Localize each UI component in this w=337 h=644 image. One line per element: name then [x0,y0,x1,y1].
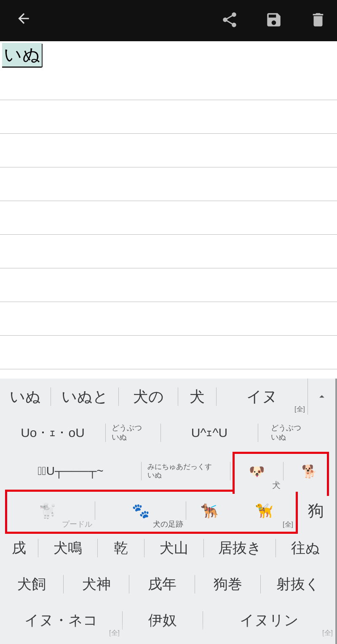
candidate-row: ⊂ﾟU┬───┬~ みにちゅあだっくすいぬ 🐶 犬 🐕 [0,451,335,491]
share-button[interactable] [217,11,242,30]
candidate-emoji-service-dog[interactable]: 🐕‍🦺 [186,491,233,530]
candidate-row: 犬飼 犬神 戌年 狗巻 射抜く [0,566,335,602]
back-button[interactable] [16,11,32,31]
candidate[interactable]: 犬神 [64,566,129,602]
candidate[interactable]: 犬鳴 [38,530,97,566]
candidate[interactable]: 犬の [119,379,178,415]
candidate-emoji-guide-dog[interactable]: 🦮 [全] [233,491,296,530]
candidate-emoji-paw-prints[interactable]: 🐾 犬の足跡 [95,491,186,530]
candidate[interactable]: 乾 [98,530,144,566]
candidate[interactable]: 射抜く [261,566,335,602]
fade-overlay [0,623,334,644]
candidate[interactable]: どうぶついぬ [258,415,335,451]
candidate[interactable]: U^ｪ^U [161,415,258,451]
candidate[interactable]: 戌 [0,530,38,566]
delete-button[interactable] [305,11,331,30]
candidate[interactable]: 犬 [178,379,216,415]
candidate-emoji-dog-face[interactable]: 🐶 犬 [230,451,283,491]
candidate[interactable]: どうぶついぬ [106,415,160,451]
save-button[interactable] [261,11,286,30]
candidate[interactable]: 犬山 [144,530,203,566]
candidate[interactable]: 往ぬ [276,530,335,566]
candidate[interactable]: 犬飼 [0,566,63,602]
editor-lines [0,66,337,403]
candidate[interactable]: 狗 [296,491,335,530]
candidate[interactable]: 狗巻 [195,566,260,602]
note-editor[interactable]: いぬ [0,41,337,378]
candidate[interactable]: 居抜き [204,530,275,566]
candidate-emoji-poodle[interactable]: 🐩 プードル [0,491,95,530]
candidate[interactable]: いぬ [0,379,51,415]
app-toolbar [0,0,337,41]
candidate[interactable]: いぬと [51,379,118,415]
candidate-row: いぬ いぬと 犬の 犬 イヌ [全] [0,379,335,415]
candidate[interactable]: みにちゅあだっくすいぬ [142,451,230,491]
ime-candidate-panel: いぬ いぬと 犬の 犬 イヌ [全] Uo・ｪ・oU どうぶついぬ U^ｪ^U … [0,379,337,644]
candidate[interactable]: Uo・ｪ・oU [0,415,105,451]
candidate-emoji-dog[interactable]: 🐕 [284,451,335,491]
candidate-row: 🐩 プードル 🐾 犬の足跡 🐕‍🦺 🦮 [全] 狗 [0,491,335,530]
candidate[interactable]: ⊂ﾟU┬───┬~ [0,451,141,491]
candidate-row: Uo・ｪ・oU どうぶついぬ U^ｪ^U どうぶついぬ [0,415,335,451]
expand-candidates-button[interactable] [308,379,335,415]
candidate[interactable]: イヌ [全] [217,379,308,415]
composing-text[interactable]: いぬ [2,43,42,68]
candidate-row: 戌 犬鳴 乾 犬山 居抜き 往ぬ [0,530,335,566]
candidate[interactable]: 戌年 [129,566,195,602]
